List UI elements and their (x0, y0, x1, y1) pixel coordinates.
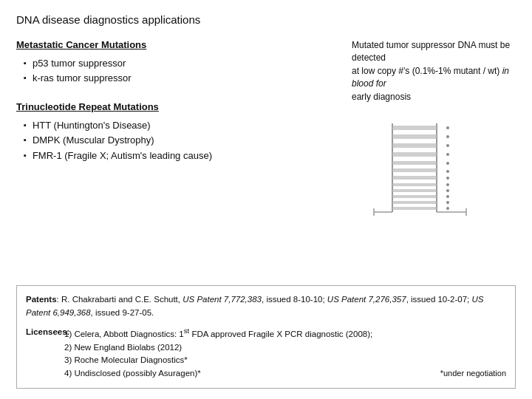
list-item: FMR-1 (Fragile X; Autism's leading cause… (24, 150, 338, 161)
patents-colon: : R. Chakrabarti and C.E. Schutt, US Pat… (26, 295, 483, 317)
svg-rect-3 (392, 134, 437, 139)
patents-label: Patents (26, 295, 57, 304)
svg-rect-5 (392, 152, 437, 157)
list-item: 4) Undisclosed (possibly Asuragen)* (64, 367, 201, 381)
svg-rect-6 (392, 161, 437, 165)
right-panel: Mutated tumor suppressor DNA must be det… (338, 39, 516, 278)
svg-rect-8 (392, 176, 437, 180)
dna-ladder-graphic (352, 120, 477, 216)
patents-row: Patents: R. Chakrabarti and C.E. Schutt,… (26, 293, 506, 320)
section1-bullets: p53 tumor suppressor k-ras tumor suppres… (16, 58, 338, 88)
svg-point-15 (446, 135, 449, 138)
svg-rect-13 (392, 207, 437, 210)
svg-point-22 (446, 189, 449, 192)
licensees-row: Licensees: 1) Celera, Abbott Diagnostics… (26, 326, 506, 381)
licensees-items: 1) Celera, Abbott Diagnostics: 1st FDA a… (64, 326, 506, 381)
dna-ladder-svg (352, 120, 477, 216)
section2-bullets: HTT (Huntington's Disease) DMPK (Muscula… (16, 120, 338, 165)
list-item: DMPK (Muscular Dystrophy) (24, 134, 338, 146)
list-item: 3) Roche Molecular Diagnostics* (64, 354, 506, 367)
description-line2: at low copy #'s (0.1%-1% mutant / wt) in… (352, 66, 509, 89)
svg-point-14 (446, 126, 449, 129)
list-item: HTT (Huntington's Disease) (24, 120, 338, 131)
under-negotiation-note: *under negotiation (440, 367, 506, 381)
svg-point-19 (446, 170, 449, 173)
page: DNA disease diagnostics applications Met… (0, 0, 532, 399)
page-title: DNA disease diagnostics applications (16, 13, 516, 26)
svg-rect-12 (392, 201, 437, 204)
footer-box: Patents: R. Chakrabarti and C.E. Schutt,… (16, 285, 516, 389)
svg-rect-7 (392, 168, 437, 172)
svg-rect-11 (392, 195, 437, 198)
svg-point-18 (446, 162, 449, 165)
svg-point-25 (446, 207, 449, 210)
list-item: k-ras tumor suppressor (24, 72, 338, 83)
svg-point-23 (446, 195, 449, 198)
left-content: Metastatic Cancer Mutations p53 tumor su… (16, 39, 338, 278)
svg-rect-4 (392, 143, 437, 148)
list-item: 2) New England Biolabs (2012) (64, 341, 506, 355)
svg-point-16 (446, 144, 449, 147)
list-item: 1) Celera, Abbott Diagnostics: 1st FDA a… (64, 326, 506, 341)
svg-rect-2 (392, 126, 437, 130)
svg-point-17 (446, 153, 449, 156)
list-item: p53 tumor suppressor (24, 58, 338, 69)
svg-point-20 (446, 177, 449, 180)
licensees-label: Licensees: (26, 326, 64, 381)
svg-rect-9 (392, 183, 437, 186)
description-text: Mutated tumor suppressor DNA must be det… (352, 39, 514, 103)
svg-point-21 (446, 183, 449, 186)
main-content: Metastatic Cancer Mutations p53 tumor su… (16, 39, 516, 278)
svg-point-24 (446, 201, 449, 204)
section1-title: Metastatic Cancer Mutations (16, 39, 338, 50)
section2-title: Trinucleotide Repeat Mutations (16, 101, 338, 112)
svg-rect-10 (392, 189, 437, 192)
licensees-last-row: 4) Undisclosed (possibly Asuragen)* *und… (64, 367, 506, 381)
